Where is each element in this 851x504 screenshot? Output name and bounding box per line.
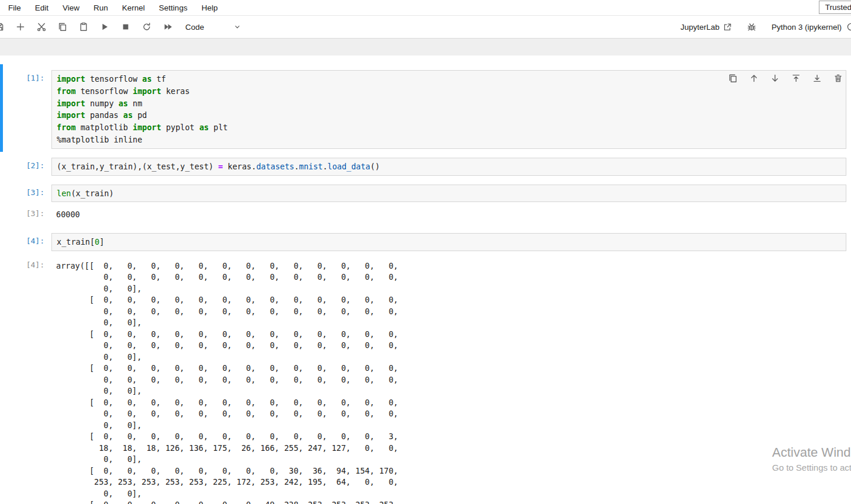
cut-cells-button[interactable] — [37, 22, 46, 32]
insert-below-icon — [812, 74, 822, 83]
duplicate-cell-button[interactable] — [728, 74, 738, 83]
menu-kernel[interactable]: Kernel — [115, 1, 152, 15]
insert-cell-below-button[interactable] — [812, 74, 822, 83]
copy-icon — [58, 22, 67, 32]
interrupt-kernel-button[interactable] — [121, 22, 130, 32]
bug-icon — [747, 22, 756, 32]
toolbar-right: JupyterLab Python 3 (ipykernel) — [680, 22, 851, 32]
jupyterlab-label: JupyterLab — [680, 23, 719, 32]
output-prompt-3: [3]: — [0, 209, 51, 221]
watermark-line2: Go to Settings to activate Windows. — [772, 461, 851, 474]
code-content-4: x_train[0] — [57, 236, 841, 248]
external-link-icon — [723, 23, 732, 32]
insert-cell-button[interactable] — [16, 22, 25, 32]
arrow-up-icon — [749, 74, 759, 83]
paste-cells-button[interactable] — [79, 22, 88, 32]
code-editor-4[interactable]: x_train[0] — [51, 233, 846, 251]
paste-icon — [79, 22, 88, 32]
restart-icon — [142, 22, 151, 32]
restart-run-all-button[interactable] — [163, 22, 172, 32]
chevron-down-icon — [233, 23, 241, 31]
plus-icon — [16, 22, 25, 32]
move-cell-down-button[interactable] — [770, 74, 780, 83]
output-text-3: 60000 — [51, 209, 851, 221]
debugger-button[interactable] — [747, 22, 756, 32]
code-editor-2[interactable]: (x_train,y_train),(x_test,y_test) = kera… — [51, 158, 846, 176]
arrow-down-icon — [770, 74, 780, 83]
code-cell-3: [3]: len(x_train) — [0, 185, 851, 203]
copy-cells-button[interactable] — [58, 22, 67, 32]
fast-forward-icon — [163, 22, 172, 32]
output-text-4: array([[ 0, 0, 0, 0, 0, 0, 0, 0, 0, 0, 0… — [51, 260, 851, 504]
menu-run[interactable]: Run — [87, 1, 115, 15]
scissors-icon — [37, 22, 46, 32]
menu-bar: File Edit View Run Kernel Settings Help … — [0, 0, 851, 16]
move-cell-up-button[interactable] — [749, 74, 759, 83]
delete-cell-button[interactable] — [833, 74, 843, 83]
play-icon — [100, 22, 109, 32]
duplicate-icon — [728, 74, 738, 83]
save-button[interactable] — [0, 22, 4, 32]
code-content-1: import tensorflow as tffrom tensorflow i… — [57, 73, 841, 146]
cell-type-dropdown[interactable]: Code — [185, 23, 241, 32]
restart-kernel-button[interactable] — [142, 22, 151, 32]
kernel-selector[interactable]: Python 3 (ipykernel) — [772, 22, 851, 32]
code-content-2: (x_train,y_train),(x_test,y_test) = kera… — [57, 161, 841, 173]
cell-toolbar — [728, 74, 843, 83]
notebook-area: [1]: import tensorflow as tffrom tensorf… — [0, 55, 851, 504]
code-cell-2: [2]: (x_train,y_train),(x_test,y_test) =… — [0, 158, 851, 176]
code-content-3: len(x_train) — [57, 187, 841, 200]
kernel-status-icon — [846, 22, 851, 32]
input-prompt-2: [2]: — [0, 158, 51, 176]
trusted-button[interactable]: Trusted — [819, 1, 851, 14]
input-prompt-4: [4]: — [0, 233, 51, 251]
jupyter-notebook-app: { "menu": { "items": ["File", "Edit", "V… — [0, 0, 851, 504]
output-content-4: array([[ 0, 0, 0, 0, 0, 0, 0, 0, 0, 0, 0… — [51, 260, 851, 504]
menu-settings[interactable]: Settings — [152, 1, 195, 15]
input-prompt-3: [3]: — [0, 185, 51, 203]
menu-file[interactable]: File — [1, 1, 28, 15]
menu-edit[interactable]: Edit — [28, 1, 56, 15]
notebook-toolbar: Code JupyterLab Python 3 (ipykernel) — [0, 16, 851, 39]
menu-view[interactable]: View — [56, 1, 87, 15]
jupyterlab-link[interactable]: JupyterLab — [680, 23, 732, 32]
stop-icon — [121, 22, 130, 32]
code-editor-3[interactable]: len(x_train) — [51, 185, 846, 203]
insert-cell-above-button[interactable] — [791, 74, 801, 83]
code-cell-1: [1]: import tensorflow as tffrom tensorf… — [0, 70, 851, 149]
active-cell-indicator[interactable] — [0, 64, 3, 152]
output-area-3: [3]: 60000 — [0, 202, 851, 224]
menu-help[interactable]: Help — [195, 1, 225, 15]
insert-above-icon — [791, 74, 801, 83]
input-prompt-1: [1]: — [0, 70, 51, 149]
run-cell-button[interactable] — [100, 22, 109, 32]
trash-icon — [833, 74, 843, 83]
code-cell-4: [4]: x_train[0] — [0, 233, 851, 251]
output-content-3: 60000 — [51, 209, 851, 221]
output-area-4: [4]: array([[ 0, 0, 0, 0, 0, 0, 0, 0, 0,… — [0, 251, 851, 504]
watermark-line1: Activate Windows — [772, 444, 851, 461]
activate-windows-watermark: Activate Windows Go to Settings to activ… — [772, 444, 851, 474]
kernel-name-label: Python 3 (ipykernel) — [772, 23, 842, 32]
notebook-panel-gap — [0, 39, 851, 55]
save-icon — [0, 22, 4, 32]
output-prompt-4: [4]: — [0, 260, 51, 504]
cell-type-value: Code — [185, 23, 204, 32]
code-editor-1[interactable]: import tensorflow as tffrom tensorflow i… — [51, 70, 846, 149]
